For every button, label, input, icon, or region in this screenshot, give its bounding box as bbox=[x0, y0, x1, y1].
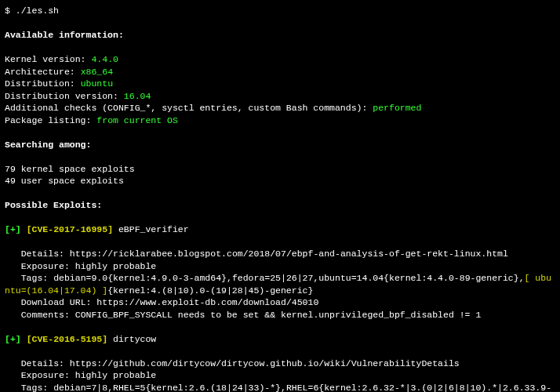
terminal-output: $ ./les.sh Available information: Kernel… bbox=[0, 0, 560, 392]
section-header-searching: Searching among: bbox=[5, 140, 91, 150]
exploit-details-label: Details: bbox=[5, 358, 70, 368]
exploit-tags-pre: debian=7|8,RHEL=5{kernel:2.6.(18|24|33)-… bbox=[5, 383, 551, 392]
exploit-download-label: Download URL: bbox=[5, 297, 96, 307]
exploit-tags-post: {kernel:4.(8|10).0-(19|28|45)-generic} bbox=[107, 285, 313, 296]
exploit-comments-label: Comments: bbox=[5, 310, 75, 320]
distribution-value: ubuntu bbox=[81, 78, 113, 89]
exploit-bullet-icon: [+] bbox=[5, 334, 21, 344]
exploit-exposure: highly probable bbox=[75, 370, 157, 380]
exploit-name: eBPF_verifier bbox=[113, 224, 189, 234]
exploit-exposure-label: Exposure: bbox=[5, 370, 75, 380]
user-exploits-count: 49 user space exploits bbox=[5, 176, 124, 186]
exploit-name: dirtycow bbox=[107, 334, 156, 344]
additional-checks-label: Additional checks (CONFIG_*, sysctl entr… bbox=[5, 103, 373, 113]
exploit-download-url: https://www.exploit-db.com/download/4501… bbox=[96, 297, 318, 307]
additional-checks-value: performed bbox=[373, 103, 421, 113]
section-header-available-info: Available information: bbox=[5, 30, 124, 40]
distribution-label: Distribution: bbox=[5, 78, 81, 89]
distribution-version-label: Distribution version: bbox=[5, 91, 124, 101]
package-listing-label: Package listing: bbox=[5, 115, 96, 125]
exploit-details: https://ricklarabee.blogspot.com/2018/07… bbox=[70, 249, 508, 259]
prompt: $ bbox=[5, 5, 16, 16]
exploit-details: https://github.com/dirtycow/dirtycow.git… bbox=[70, 358, 460, 368]
kernel-exploits-count: 79 kernel space exploits bbox=[5, 164, 135, 174]
exploit-bullet-icon: [+] bbox=[5, 224, 21, 234]
exploit-exposure-label: Exposure: bbox=[5, 261, 75, 271]
exploit-details-label: Details: bbox=[5, 249, 70, 259]
section-header-possible-exploits: Possible Exploits: bbox=[5, 200, 102, 210]
architecture-label: Architecture: bbox=[5, 67, 81, 77]
exploit-comments: CONFIG_BPF_SYSCALL needs to be set && ke… bbox=[75, 310, 482, 320]
architecture-value: x86_64 bbox=[81, 67, 113, 77]
exploit-tags-label: Tags: bbox=[5, 383, 53, 392]
exploit-tags-pre: debian=9.0{kernel:4.9.0-3-amd64},fedora=… bbox=[53, 273, 524, 283]
exploit-tags-label: Tags: bbox=[5, 273, 53, 283]
exploit-cve: [CVE-2017-16995] bbox=[27, 224, 113, 234]
command: ./les.sh bbox=[16, 5, 59, 16]
distribution-version-value: 16.04 bbox=[124, 91, 151, 101]
kernel-version-value: 4.4.0 bbox=[91, 54, 118, 64]
exploit-exposure: highly probable bbox=[75, 261, 157, 271]
package-listing-value: from current OS bbox=[96, 115, 178, 125]
exploit-cve: [CVE-2016-5195] bbox=[27, 334, 108, 344]
kernel-version-label: Kernel version: bbox=[5, 54, 91, 64]
